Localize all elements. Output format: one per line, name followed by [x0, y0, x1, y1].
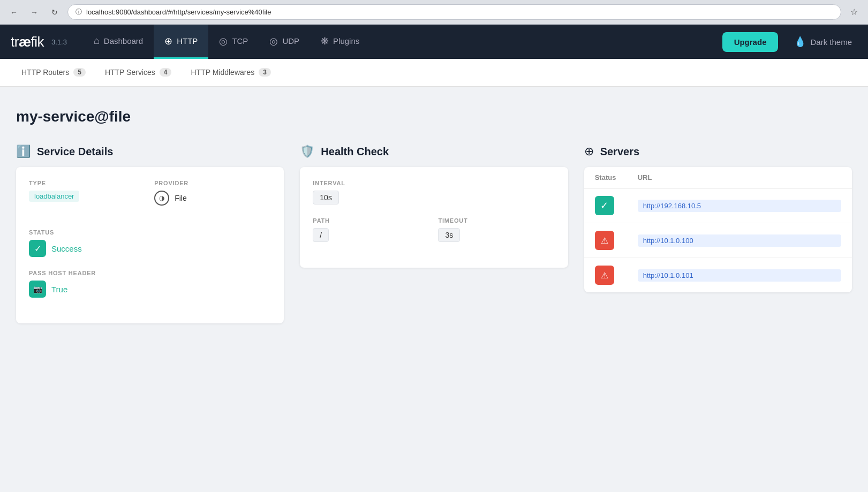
bookmark-button[interactable]: ☆	[847, 5, 862, 20]
server-url-0: http://192.168.10.5	[638, 200, 841, 212]
logo-area: træfik 3.1.3	[11, 34, 67, 50]
sub-nav-middlewares-count: 3	[259, 68, 271, 77]
service-details-card: TYPE loadbalancer PROVIDER ◑ File STATUS	[16, 167, 284, 323]
nav-http-label: HTTP	[177, 36, 198, 46]
pass-host-field: PASS HOST HEADER 📷 True	[29, 270, 271, 298]
nav-dashboard[interactable]: ⌂ Dashboard	[83, 25, 154, 59]
timeout-field: TIMEOUT 3s	[438, 217, 555, 242]
col-url-header: URL	[638, 173, 841, 181]
server-status-error-icon-1: ⚠	[595, 231, 614, 250]
page-content: my-service@file ℹ️ Service Details TYPE …	[0, 87, 868, 492]
security-icon: ⓘ	[76, 7, 82, 17]
provider-field: PROVIDER ◑ File	[154, 180, 271, 206]
provider-label: PROVIDER	[154, 180, 271, 186]
service-details-section: ℹ️ Service Details TYPE loadbalancer PRO…	[16, 145, 284, 323]
sub-nav-routers-label: HTTP Routers	[21, 68, 69, 77]
type-label: TYPE	[29, 180, 146, 186]
server-status-success-icon-0: ✓	[595, 196, 614, 215]
sub-nav: HTTP Routers 5 HTTP Services 4 HTTP Midd…	[0, 59, 868, 87]
sections-row: ℹ️ Service Details TYPE loadbalancer PRO…	[16, 145, 852, 323]
col-status-header: Status	[595, 173, 638, 181]
health-check-title: Health Check	[321, 146, 389, 158]
tcp-icon: ◎	[219, 35, 228, 47]
path-timeout-row: PATH / TIMEOUT 3s	[313, 217, 555, 255]
type-field: TYPE loadbalancer	[29, 180, 146, 206]
nav-tcp[interactable]: ◎ TCP	[208, 25, 259, 59]
status-value: Success	[51, 244, 82, 253]
servers-table-header: Status URL	[584, 167, 852, 188]
provider-value: File	[175, 194, 187, 202]
provider-icon: ◑	[154, 191, 169, 206]
sub-nav-middlewares-label: HTTP Middlewares	[191, 68, 254, 77]
status-field: STATUS ✓ Success	[29, 229, 271, 257]
server-row-1: ⚠ http://10.1.0.100	[584, 223, 852, 258]
provider-row: ◑ File	[154, 191, 271, 206]
path-field: PATH /	[313, 217, 429, 242]
path-label: PATH	[313, 217, 429, 224]
sub-nav-routers-count: 5	[73, 68, 86, 77]
pass-host-toggle-icon: 📷	[29, 281, 46, 298]
pass-host-label: PASS HOST HEADER	[29, 270, 271, 276]
nav-items: ⌂ Dashboard ⊕ HTTP ◎ TCP ◎ UDP ❋ Plugins	[83, 25, 722, 59]
servers-table: Status URL ✓ http://192.168.10.5 ⚠ http:…	[584, 167, 852, 292]
refresh-button[interactable]: ↻	[47, 5, 62, 20]
interval-label: INTERVAL	[313, 180, 555, 186]
nav-plugins[interactable]: ❋ Plugins	[310, 25, 370, 59]
upgrade-button[interactable]: Upgrade	[722, 32, 779, 52]
sub-nav-services-count: 4	[160, 68, 172, 77]
version-badge: 3.1.3	[51, 38, 67, 46]
interval-value: 10s	[313, 191, 339, 205]
udp-icon: ◎	[269, 35, 278, 47]
forward-button[interactable]: →	[27, 5, 42, 20]
pass-host-value: True	[51, 285, 67, 294]
page-title: my-service@file	[16, 108, 852, 125]
sub-nav-routers[interactable]: HTTP Routers 5	[13, 59, 94, 87]
server-url-2: http://10.1.0.101	[638, 269, 841, 282]
dark-theme-toggle[interactable]: 💧 Dark theme	[789, 36, 857, 48]
dark-theme-label: Dark theme	[810, 37, 852, 47]
status-success-icon: ✓	[29, 240, 46, 257]
status-label: STATUS	[29, 229, 271, 236]
service-details-title: Service Details	[37, 146, 113, 158]
servers-title: Servers	[600, 146, 639, 158]
server-url-1: http://10.1.0.100	[638, 234, 841, 247]
timeout-value: 3s	[438, 228, 460, 242]
logo: træfik	[11, 34, 44, 50]
health-check-icon: 🛡️	[300, 145, 314, 158]
address-bar[interactable]: ⓘ localhost:9080/dashboard/#/http/servic…	[67, 4, 841, 20]
nav-http[interactable]: ⊕ HTTP	[154, 25, 208, 59]
theme-icon: 💧	[794, 36, 806, 48]
timeout-label: TIMEOUT	[438, 217, 555, 224]
servers-icon: ⊕	[584, 145, 594, 158]
nav-udp-label: UDP	[282, 36, 299, 46]
health-check-header: 🛡️ Health Check	[300, 145, 568, 158]
nav-plugins-label: Plugins	[333, 36, 359, 46]
nav-dashboard-label: Dashboard	[104, 36, 143, 46]
sub-nav-services-label: HTTP Services	[105, 68, 155, 77]
pass-host-row: 📷 True	[29, 281, 271, 298]
status-row: ✓ Success	[29, 240, 271, 257]
type-value: loadbalancer	[29, 191, 79, 202]
health-check-section: 🛡️ Health Check INTERVAL 10s PATH / TIME…	[300, 145, 568, 268]
server-status-error-icon-2: ⚠	[595, 266, 614, 285]
browser-chrome: ← → ↻ ⓘ localhost:9080/dashboard/#/http/…	[0, 0, 868, 25]
server-row-2: ⚠ http://10.1.0.101	[584, 258, 852, 292]
app-header: træfik 3.1.3 ⌂ Dashboard ⊕ HTTP ◎ TCP ◎ …	[0, 25, 868, 59]
sub-nav-services[interactable]: HTTP Services 4	[96, 59, 180, 87]
dashboard-icon: ⌂	[94, 35, 100, 47]
servers-section: ⊕ Servers Status URL ✓ http://192.168.10…	[584, 145, 852, 292]
plugins-icon: ❋	[321, 35, 329, 47]
address-text: localhost:9080/dashboard/#/http/services…	[86, 8, 271, 16]
interval-field: INTERVAL 10s	[313, 180, 555, 205]
sub-nav-middlewares[interactable]: HTTP Middlewares 3	[182, 59, 279, 87]
servers-header: ⊕ Servers	[584, 145, 852, 158]
health-check-card: INTERVAL 10s PATH / TIMEOUT 3s	[300, 167, 568, 268]
nav-tcp-label: TCP	[232, 36, 248, 46]
nav-udp[interactable]: ◎ UDP	[259, 25, 310, 59]
server-row-0: ✓ http://192.168.10.5	[584, 188, 852, 223]
http-icon: ⊕	[164, 35, 172, 47]
service-details-header: ℹ️ Service Details	[16, 145, 284, 158]
back-button[interactable]: ←	[6, 5, 21, 20]
path-value: /	[313, 228, 329, 242]
service-details-icon: ℹ️	[16, 145, 31, 158]
